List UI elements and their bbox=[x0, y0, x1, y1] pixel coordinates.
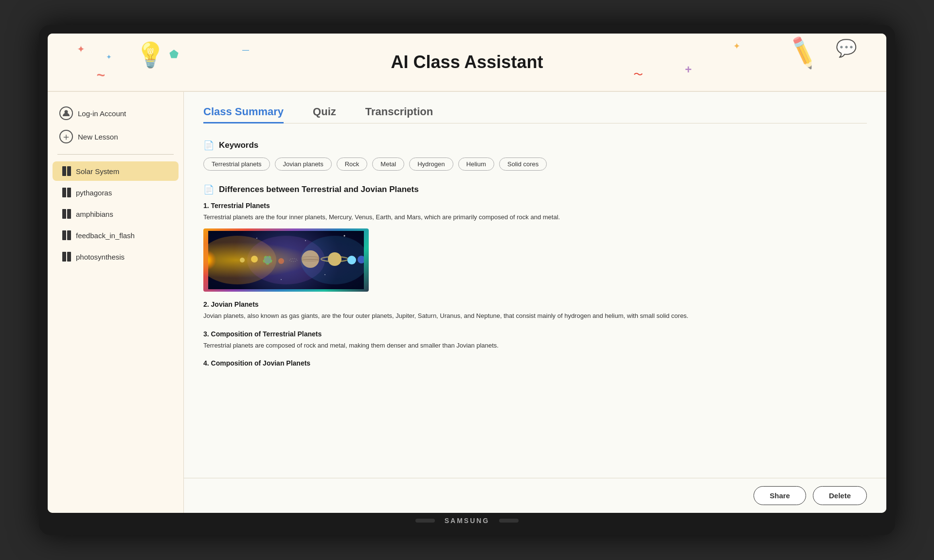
keyword-rock: Rock bbox=[337, 158, 368, 171]
tv-bottom-bar: SAMSUNG bbox=[48, 513, 886, 526]
app-title: AI Class Assistant bbox=[391, 52, 543, 72]
svg-point-18 bbox=[302, 257, 319, 260]
deco-star1-icon: ✦ bbox=[77, 43, 85, 55]
subsection-1-text: Terrestrial planets are the four inner p… bbox=[203, 212, 867, 223]
svg-point-20 bbox=[321, 257, 348, 262]
svg-point-17 bbox=[302, 250, 319, 268]
lesson-label-amphibians: amphibians bbox=[76, 210, 113, 218]
subsection-1: 1. Terrestrial Planets Terrestrial plane… bbox=[203, 202, 867, 292]
topic-header: 📄 Differences between Terrestrial and Jo… bbox=[203, 184, 867, 195]
lesson-label-pythagoras: pythagoras bbox=[76, 189, 112, 197]
deco-star3-icon: ✦ bbox=[733, 41, 740, 52]
svg-point-9 bbox=[324, 274, 325, 275]
lesson-label-feedback-in-flash: feedback_in_flash bbox=[76, 231, 135, 240]
lesson-icon-pythagoras bbox=[62, 188, 71, 197]
deco-scribble-icon: 〜 bbox=[633, 68, 643, 81]
lesson-label-solar-system: Solar System bbox=[76, 167, 119, 175]
sidebar-divider bbox=[57, 154, 174, 155]
keywords-header: 📄 Keywords bbox=[203, 140, 867, 151]
solar-system-image bbox=[203, 228, 369, 292]
topic-title: Differences between Terrestrial and Jovi… bbox=[219, 185, 419, 194]
svg-point-10 bbox=[208, 243, 235, 277]
account-label: Log-in Account bbox=[78, 109, 126, 118]
tab-quiz[interactable]: Quiz bbox=[313, 105, 336, 123]
tv-control-left bbox=[415, 519, 435, 523]
svg-point-4 bbox=[301, 236, 364, 284]
subsection-4: 4. Composition of Jovian Planets bbox=[203, 359, 867, 367]
keyword-solid-cores: Solid cores bbox=[499, 158, 547, 171]
keywords-icon: 📄 bbox=[203, 140, 214, 151]
svg-point-19 bbox=[302, 259, 319, 261]
svg-point-23 bbox=[358, 256, 364, 263]
tv-frame: ✦ ✦ 💡 ⬟ ✦ ~ + ✏️ 💬 — 〜 AI Class Assistan… bbox=[39, 25, 895, 535]
tabs: Class Summary Quiz Transcription bbox=[203, 105, 867, 123]
app-header: ✦ ✦ 💡 ⬟ ✦ ~ + ✏️ 💬 — 〜 AI Class Assistan… bbox=[48, 34, 886, 92]
subsection-2-title: 2. Jovian Planets bbox=[203, 300, 867, 308]
svg-rect-1 bbox=[208, 231, 364, 289]
lesson-label-photosynthesis: photosynthesis bbox=[76, 253, 125, 261]
lesson-icon-amphibians bbox=[62, 209, 71, 219]
svg-point-16 bbox=[289, 259, 297, 262]
new-lesson-button[interactable]: ＋ New Lesson bbox=[48, 125, 183, 148]
keyword-hydrogen: Hydrogen bbox=[409, 158, 453, 171]
subsection-2: 2. Jovian Planets Jovian planets, also k… bbox=[203, 300, 867, 321]
subsection-3-text: Terrestrial planets are composed of rock… bbox=[203, 341, 867, 351]
svg-point-12 bbox=[251, 256, 258, 262]
deco-star2-icon: ✦ bbox=[106, 53, 112, 61]
keyword-helium: Helium bbox=[458, 158, 494, 171]
sidebar-item-pythagoras[interactable]: pythagoras bbox=[53, 183, 179, 202]
lesson-icon-feedback-in-flash bbox=[62, 230, 71, 240]
topic-icon: 📄 bbox=[203, 184, 214, 195]
lesson-icon-solar-system bbox=[62, 166, 71, 176]
svg-point-22 bbox=[347, 256, 356, 264]
subsection-4-title: 4. Composition of Jovian Planets bbox=[203, 359, 867, 367]
tv-screen: ✦ ✦ 💡 ⬟ ✦ ~ + ✏️ 💬 — 〜 AI Class Assistan… bbox=[48, 34, 886, 513]
keyword-terrestrial-planets: Terrestrial planets bbox=[203, 158, 270, 171]
sidebar-item-amphibians[interactable]: amphibians bbox=[53, 204, 179, 224]
app-body: Log-in Account ＋ New Lesson Solar System bbox=[48, 92, 886, 513]
svg-point-14 bbox=[264, 256, 271, 264]
content-section: 📄 Keywords Terrestrial planets Jovian pl… bbox=[203, 135, 867, 464]
svg-point-8 bbox=[281, 279, 282, 280]
svg-point-5 bbox=[256, 238, 257, 239]
subsection-3-title: 3. Composition of Terrestrial Planets bbox=[203, 330, 867, 338]
delete-button[interactable]: Delete bbox=[813, 486, 867, 505]
subsection-3: 3. Composition of Terrestrial Planets Te… bbox=[203, 330, 867, 351]
sidebar-item-photosynthesis[interactable]: photosynthesis bbox=[53, 247, 179, 266]
main-content: Class Summary Quiz Transcription 📄 Keywo… bbox=[184, 92, 886, 478]
keyword-metal: Metal bbox=[372, 158, 404, 171]
svg-point-2 bbox=[208, 236, 276, 284]
tab-class-summary[interactable]: Class Summary bbox=[203, 105, 284, 123]
deco-wave-icon: ~ bbox=[96, 67, 105, 84]
svg-point-6 bbox=[305, 240, 306, 241]
account-icon bbox=[59, 106, 73, 120]
lesson-icon-photosynthesis bbox=[62, 252, 71, 262]
sidebar: Log-in Account ＋ New Lesson Solar System bbox=[48, 92, 184, 513]
deco-pencil-icon: ✏️ bbox=[784, 34, 822, 71]
svg-point-11 bbox=[240, 258, 245, 262]
keywords-row: Terrestrial planets Jovian planets Rock … bbox=[203, 158, 867, 171]
new-lesson-icon: ＋ bbox=[59, 130, 73, 143]
keyword-jovian-planets: Jovian planets bbox=[275, 158, 332, 171]
svg-point-13 bbox=[264, 256, 271, 264]
svg-point-7 bbox=[344, 235, 345, 236]
solar-system-svg bbox=[208, 231, 364, 289]
tab-transcription[interactable]: Transcription bbox=[365, 105, 433, 123]
share-button[interactable]: Share bbox=[754, 486, 806, 505]
tv-control-right bbox=[499, 519, 519, 523]
svg-point-15 bbox=[278, 258, 284, 264]
sidebar-item-feedback-in-flash[interactable]: feedback_in_flash bbox=[53, 226, 179, 245]
samsung-brand: SAMSUNG bbox=[445, 517, 490, 525]
deco-blob-icon: ⬟ bbox=[169, 48, 179, 61]
svg-point-21 bbox=[328, 252, 341, 266]
sidebar-item-solar-system[interactable]: Solar System bbox=[53, 161, 179, 181]
deco-plus-icon: + bbox=[685, 63, 692, 76]
sidebar-account[interactable]: Log-in Account bbox=[48, 102, 183, 125]
deco-dash-icon: — bbox=[242, 46, 249, 53]
svg-point-3 bbox=[247, 236, 325, 284]
deco-chat-icon: 💬 bbox=[836, 38, 857, 58]
subsection-2-text: Jovian planets, also known as gas giants… bbox=[203, 311, 867, 321]
keywords-title: Keywords bbox=[219, 140, 258, 150]
new-lesson-label: New Lesson bbox=[78, 133, 118, 141]
subsection-1-title: 1. Terrestrial Planets bbox=[203, 202, 867, 210]
